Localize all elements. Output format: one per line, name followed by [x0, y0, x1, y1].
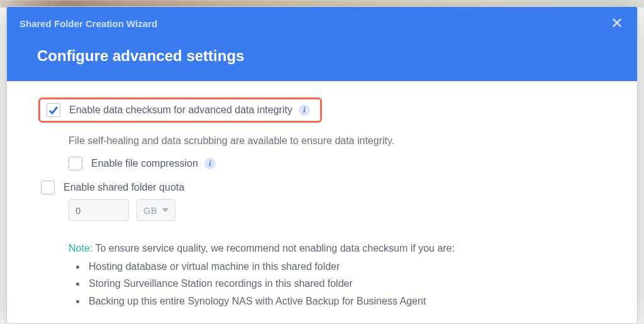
compression-checkbox[interactable]	[69, 157, 82, 170]
dialog-header: Shared Folder Creation Wizard ✕ Configur…	[7, 7, 637, 81]
quota-unit-label: GB	[143, 205, 157, 216]
close-icon[interactable]: ✕	[608, 14, 626, 32]
quota-value-input[interactable]	[69, 199, 129, 221]
info-icon[interactable]: i	[204, 158, 216, 169]
note-item: Storing Surveillance Station recordings …	[86, 275, 609, 292]
compression-label: Enable file compression	[91, 158, 198, 169]
note-item: Hosting database or virtual machine in t…	[86, 258, 609, 275]
checkmark-icon	[48, 105, 58, 115]
note-item: Backing up this entire Synology NAS with…	[86, 293, 609, 310]
title-bar: Shared Folder Creation Wizard ✕	[7, 7, 637, 36]
info-icon[interactable]: i	[299, 104, 310, 116]
wizard-dialog: Shared Folder Creation Wizard ✕ Configur…	[6, 6, 638, 324]
page-subtitle: Configure advanced settings	[7, 36, 637, 81]
checksum-checkbox[interactable]	[47, 103, 60, 117]
note-block: Note: To ensure service quality, we reco…	[69, 240, 609, 310]
quota-row: Enable shared folder quota	[41, 181, 609, 194]
compression-row: Enable file compression i	[69, 157, 609, 170]
checksum-label: Enable data checksum for advanced data i…	[69, 104, 292, 116]
quota-unit-select[interactable]: GB	[136, 199, 175, 221]
highlighted-option: Enable data checksum for advanced data i…	[38, 98, 322, 123]
dialog-content: Enable data checksum for advanced data i…	[7, 81, 637, 323]
note-label: Note:	[69, 243, 92, 254]
wizard-title: Shared Folder Creation Wizard	[19, 18, 157, 29]
note-list: Hosting database or virtual machine in t…	[74, 258, 609, 310]
quota-inputs: GB	[69, 199, 609, 221]
quota-checkbox[interactable]	[41, 181, 55, 194]
chevron-down-icon	[162, 208, 169, 212]
checksum-description: File self-healing and data scrubbing are…	[69, 135, 609, 147]
note-intro: To ensure service quality, we recommend …	[95, 243, 455, 254]
quota-label: Enable shared folder quota	[64, 182, 184, 193]
